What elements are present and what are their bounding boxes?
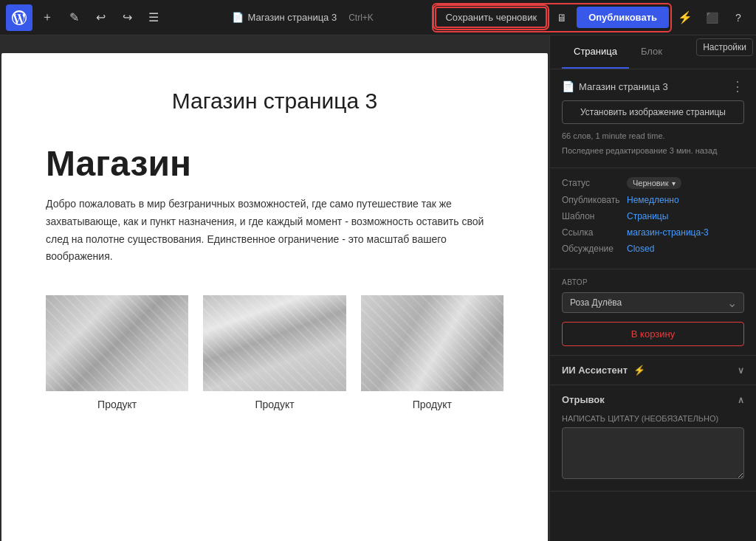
set-page-image-button[interactable]: Установить изображение страницы [562,100,744,124]
jetpack-button[interactable]: ⚡ [673,6,697,30]
meta-words: 66 слов, 1 minute read time. [562,130,744,142]
undo-icon: ↩ [96,10,106,24]
shop-description[interactable]: Добро пожаловать в мир безграничных возм… [46,196,504,266]
author-select[interactable]: Роза Дулёва [562,292,744,313]
publish-label: Опубликовать [562,195,621,205]
fields-section: Статус Черновик Опубликовать Немедленно … [550,168,756,269]
redo-icon: ↪ [123,10,132,24]
jetpack-icon: ⚡ [678,10,693,24]
status-label: Статус [562,178,621,188]
author-section-label: АВТОР [562,278,744,286]
ai-lightning-icon: ⚡ [633,365,645,376]
discussion-row: Обсуждение Closed [562,244,744,254]
preview-button[interactable]: 🖥 [550,6,574,30]
ai-assistant-section: ИИ Ассистент ⚡ ∨ [550,356,756,385]
excerpt-header[interactable]: Отрывок ∧ [550,385,756,414]
toolbar: ＋ ✎ ↩ ↪ ☰ 📄 Магазин страница 3 Ctrl+K Со… [0,0,756,35]
publish-button[interactable]: Опубликовать [577,7,669,28]
excerpt-hint: НАПИСАТЬ ЦИТАТУ (НЕОБЯЗАТЕЛЬНО) [562,414,744,423]
document-icon: 📄 [232,12,244,23]
monitor-icon: 🖥 [557,12,567,24]
author-select-wrapper: Роза Дулёва [562,292,744,313]
page-heading[interactable]: Магазин страница 3 [46,89,504,114]
list-icon: ☰ [148,10,159,24]
page-title-text: Магазин страница 3 [248,12,337,23]
publish-value[interactable]: Немедленно [627,195,679,205]
status-value[interactable]: Черновик [627,177,681,189]
document-section: 📄 Магазин страница 3 ⋮ Установить изобра… [550,69,756,168]
tools-button[interactable]: ✎ [62,6,86,30]
redo-button[interactable]: ↪ [115,6,139,30]
product-label-3: Продукт [413,399,452,410]
page-title-button[interactable]: 📄 Магазин страница 3 [226,9,343,26]
status-row: Статус Черновик [562,177,744,189]
link-row: Ссылка магазин-страница-3 [562,227,744,238]
doc-menu-button[interactable]: ⋮ [731,78,744,94]
product-label-2: Продукт [255,399,294,410]
editor-canvas: Магазин страница 3 Магазин Добро пожалов… [1,53,548,541]
product-item-3: Продукт [361,295,504,410]
author-section: АВТОР Роза Дулёва В корзину [550,269,756,356]
product-label-1: Продукт [97,399,137,410]
sidebar: Страница Блок × 📄 Магазин страница 3 ⋮ У… [549,35,756,541]
publish-row: Опубликовать Немедленно [562,195,744,205]
plus-icon: ＋ [41,10,53,25]
ai-assistant-label: ИИ Ассистент ⚡ [562,365,645,376]
sidebar-tabs: Страница Блок [562,35,674,69]
save-publish-group: Сохранить черновик 🖥 Опубликовать [433,4,670,31]
keyboard-shortcut: Ctrl+K [348,13,374,23]
ai-assistant-header[interactable]: ИИ Ассистент ⚡ ∨ [550,356,756,385]
add-block-button[interactable]: ＋ [35,6,59,30]
meta-edited: Последнее редактирование 3 мин. назад [562,145,744,157]
product-item-2: Продукт [203,295,346,410]
page-doc-row: 📄 Магазин страница 3 ⋮ [562,78,744,94]
excerpt-content: НАПИСАТЬ ЦИТАТУ (НЕОБЯЗАТЕЛЬНО) [550,414,756,491]
main-layout: Магазин страница 3 Магазин Добро пожалов… [0,35,756,541]
list-view-button[interactable]: ☰ [142,6,165,30]
excerpt-label: Отрывок [562,394,605,405]
link-value[interactable]: магазин-страница-3 [627,227,709,238]
excerpt-chevron-up-icon: ∧ [738,395,744,405]
product-image-3 [361,295,504,391]
excerpt-textarea[interactable] [562,427,744,479]
help-button[interactable]: ? [726,6,750,30]
template-row: Шаблон Страницы [562,211,744,221]
settings-tooltip: Настройки [696,38,753,56]
ai-chevron-down-icon: ∨ [738,365,744,376]
shop-heading[interactable]: Магазин [46,143,504,184]
page-doc-title: 📄 Магазин страница 3 [562,80,668,92]
discussion-value[interactable]: Closed [627,244,654,254]
product-item-1: Продукт [46,295,188,410]
settings-button[interactable]: ⬛ [700,6,724,30]
excerpt-section: Отрывок ∧ НАПИСАТЬ ЦИТАТУ (НЕОБЯЗАТЕЛЬНО… [550,385,756,492]
tab-page[interactable]: Страница [562,35,629,69]
template-value[interactable]: Страницы [627,211,668,221]
ai-label-text: ИИ Ассистент [562,365,628,376]
undo-button[interactable]: ↩ [89,6,112,30]
settings-icon: ⬛ [706,12,718,24]
product-image-2 [203,295,346,391]
discussion-label: Обсуждение [562,244,621,254]
tab-block[interactable]: Блок [629,35,674,69]
wp-logo-button[interactable] [6,4,32,31]
save-draft-button[interactable]: Сохранить черновик [435,7,547,28]
pencil-icon: ✎ [69,10,79,24]
template-label: Шаблон [562,211,621,221]
help-icon: ? [735,12,741,24]
products-grid: Продукт Продукт Продукт [46,295,504,410]
product-image-1 [46,295,188,391]
doc-icon: 📄 [562,80,574,92]
editor-area[interactable]: Магазин страница 3 Магазин Добро пожалов… [0,35,549,541]
link-label: Ссылка [562,227,621,238]
trash-button[interactable]: В корзину [562,322,744,346]
doc-title-text: Магазин страница 3 [579,81,668,92]
toolbar-center: 📄 Магазин страница 3 Ctrl+K [168,9,430,26]
